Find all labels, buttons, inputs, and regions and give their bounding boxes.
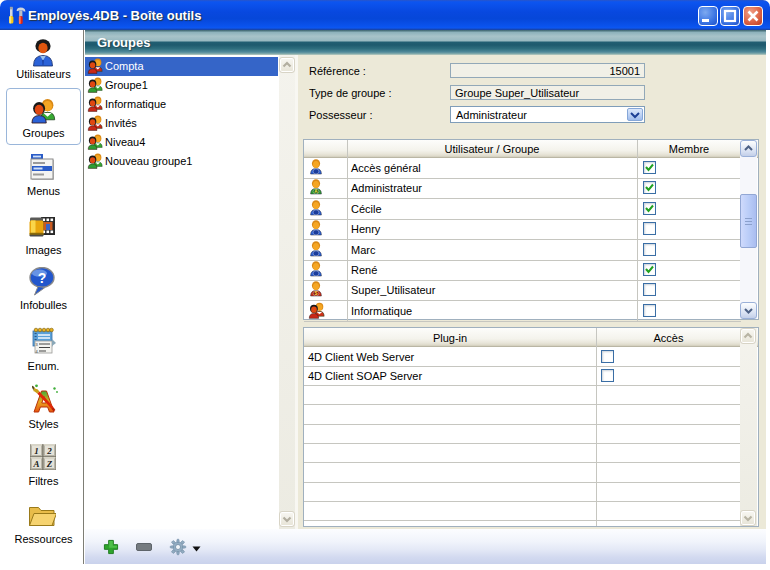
- svg-text:?: ?: [38, 270, 47, 286]
- svg-text:S: S: [314, 291, 317, 296]
- svg-text:2: 2: [46, 446, 52, 456]
- svg-text:A: A: [32, 459, 39, 469]
- svg-text:Z: Z: [46, 459, 53, 469]
- svg-text:1: 1: [34, 446, 39, 456]
